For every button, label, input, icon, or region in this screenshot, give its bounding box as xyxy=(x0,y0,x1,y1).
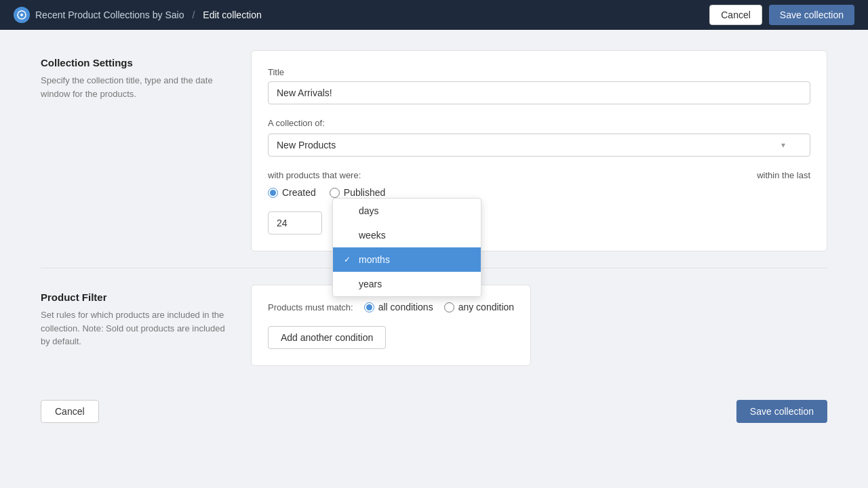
nav-cancel-button[interactable]: Cancel xyxy=(709,5,762,25)
published-label: Published xyxy=(344,187,386,198)
top-navigation: Recent Product Collections by Saio / Edi… xyxy=(0,0,868,30)
collection-settings-description: Specify the collection title, type and t… xyxy=(41,74,231,100)
months-check: ✓ xyxy=(344,255,353,264)
all-conditions-radio[interactable] xyxy=(364,302,374,312)
page-title: Edit collection xyxy=(203,9,261,20)
weeks-option[interactable]: weeks xyxy=(333,223,481,247)
chevron-down-icon: ▾ xyxy=(781,140,785,150)
number-input[interactable] xyxy=(268,211,322,235)
product-filter-section: Product Filter Set rules for which produ… xyxy=(41,285,827,366)
bottom-bar: Cancel Save collection xyxy=(0,386,868,436)
nav-actions: Cancel Save collection xyxy=(709,5,854,25)
collection-settings-card: Title A collection of: New Products ▾ wi… xyxy=(251,50,827,251)
app-icon xyxy=(14,7,30,23)
collection-type-display[interactable]: New Products ▾ xyxy=(268,134,810,157)
bottom-save-button[interactable]: Save collection xyxy=(736,400,827,423)
title-label: Title xyxy=(268,67,810,77)
collection-settings-label: Collection Settings Specify the collecti… xyxy=(41,50,231,251)
collection-type-value: New Products xyxy=(277,140,336,150)
breadcrumb: Recent Product Collections by Saio / Edi… xyxy=(14,7,262,23)
app-name: Recent Product Collections by Saio xyxy=(35,9,184,20)
published-radio-option[interactable]: Published xyxy=(330,187,386,198)
collection-of-label: A collection of: xyxy=(268,118,810,128)
collection-type-select[interactable]: New Products ▾ xyxy=(268,134,810,157)
breadcrumb-separator: / xyxy=(192,9,195,20)
match-row: Products must match: all conditions any … xyxy=(268,302,514,312)
product-filter-description: Set rules for which products are include… xyxy=(41,308,231,348)
collection-settings-heading: Collection Settings xyxy=(41,57,231,68)
days-label: days xyxy=(359,205,379,216)
product-filter-card: Products must match: all conditions any … xyxy=(251,285,531,366)
any-condition-label: any condition xyxy=(458,302,515,312)
created-radio[interactable] xyxy=(268,188,278,198)
years-option[interactable]: years xyxy=(333,272,481,296)
weeks-label: weeks xyxy=(359,230,386,241)
match-label: Products must match: xyxy=(268,302,353,312)
within-last-label: within the last xyxy=(553,170,810,180)
years-label: years xyxy=(359,279,382,289)
collection-settings-section: Collection Settings Specify the collecti… xyxy=(41,50,827,251)
months-option[interactable]: ✓ months xyxy=(333,247,481,272)
products-left: with products that were: Created Publish… xyxy=(268,170,526,198)
all-conditions-option[interactable]: all conditions xyxy=(364,302,433,312)
svg-point-1 xyxy=(20,14,23,16)
product-filter-label: Product Filter Set rules for which produ… xyxy=(41,285,231,366)
any-condition-radio[interactable] xyxy=(444,302,454,312)
nav-save-button[interactable]: Save collection xyxy=(769,5,854,25)
months-label: months xyxy=(359,254,390,265)
any-condition-option[interactable]: any condition xyxy=(444,302,515,312)
add-condition-button[interactable]: Add another condition xyxy=(268,326,386,349)
with-products-label: with products that were: xyxy=(268,170,526,180)
products-right: within the last xyxy=(553,170,810,187)
bottom-cancel-button[interactable]: Cancel xyxy=(41,400,99,423)
all-conditions-label: all conditions xyxy=(378,302,433,312)
date-row: days weeks ✓ months years xyxy=(268,211,810,235)
products-radio-group: Created Published xyxy=(268,187,526,198)
title-input[interactable] xyxy=(268,81,810,104)
with-products-row: with products that were: Created Publish… xyxy=(268,170,810,198)
days-option[interactable]: days xyxy=(333,199,481,223)
created-radio-option[interactable]: Created xyxy=(268,187,316,198)
published-radio[interactable] xyxy=(330,188,340,198)
period-dropdown: days weeks ✓ months years xyxy=(332,198,481,297)
created-label: Created xyxy=(282,187,316,198)
product-filter-heading: Product Filter xyxy=(41,291,231,303)
